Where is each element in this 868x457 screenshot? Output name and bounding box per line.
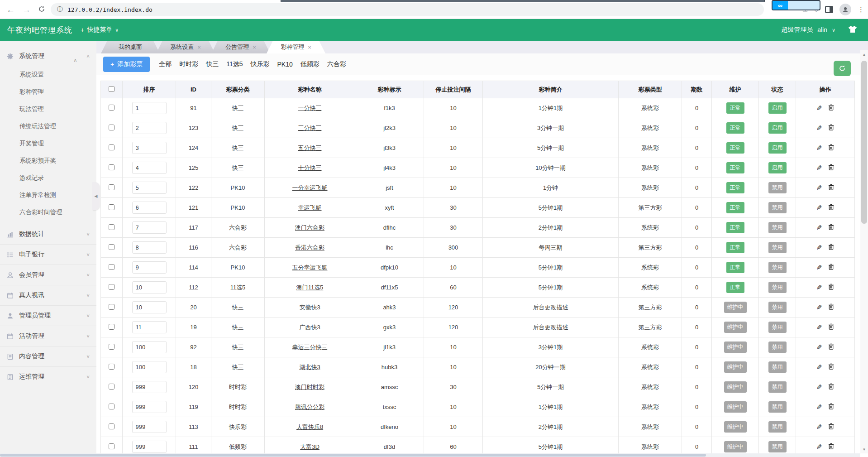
sort-input[interactable] xyxy=(132,102,167,114)
status-badge[interactable]: 启用 xyxy=(768,122,787,134)
status-badge[interactable]: 禁用 xyxy=(768,202,787,213)
sidebar-item[interactable]: 传统玩法管理 xyxy=(0,118,96,135)
lottery-name-link[interactable]: 大富3D xyxy=(300,443,320,450)
delete-icon[interactable] xyxy=(828,443,834,451)
maintain-badge[interactable]: 维护中 xyxy=(724,421,747,433)
sort-input[interactable] xyxy=(132,202,167,214)
select-all-checkbox[interactable] xyxy=(109,86,114,92)
edit-icon[interactable]: ✎ xyxy=(816,224,822,232)
address-bar[interactable]: ⓘ 127.0.0.2/Index.index.do xyxy=(51,3,764,16)
maintain-badge[interactable]: 维护中 xyxy=(724,381,747,393)
edit-icon[interactable]: ✎ xyxy=(816,144,822,152)
filter-link[interactable]: 全部 xyxy=(159,60,172,68)
row-checkbox[interactable] xyxy=(109,443,114,449)
status-badge[interactable]: 启用 xyxy=(768,162,787,173)
sort-input[interactable] xyxy=(132,241,167,254)
browser-refresh-icon[interactable] xyxy=(38,5,45,14)
edit-icon[interactable]: ✎ xyxy=(816,323,822,332)
lottery-name-link[interactable]: 澳门六合彩 xyxy=(295,224,324,231)
sort-input[interactable] xyxy=(132,182,167,194)
lottery-name-link[interactable]: 安徽快3 xyxy=(299,304,320,311)
delete-icon[interactable] xyxy=(828,164,834,172)
delete-icon[interactable] xyxy=(828,204,834,212)
tab[interactable]: 我的桌面 xyxy=(101,41,160,53)
scroll-up-icon[interactable]: ▲ xyxy=(860,53,868,57)
maintain-badge[interactable]: 正常 xyxy=(726,282,744,293)
maintain-badge[interactable]: 维护中 xyxy=(724,302,747,313)
delete-icon[interactable] xyxy=(828,124,834,132)
edit-icon[interactable]: ✎ xyxy=(816,363,822,371)
sort-input[interactable] xyxy=(132,162,167,174)
lottery-name-link[interactable]: 广西快3 xyxy=(299,324,320,331)
edit-icon[interactable]: ✎ xyxy=(816,303,822,312)
lottery-name-link[interactable]: 五分快三 xyxy=(298,144,322,151)
edit-icon[interactable]: ✎ xyxy=(816,104,822,112)
lottery-name-link[interactable]: 一分幸运飞艇 xyxy=(292,184,328,191)
horizontal-scrollbar[interactable] xyxy=(0,453,860,457)
delete-icon[interactable] xyxy=(828,343,834,351)
row-checkbox[interactable] xyxy=(109,144,114,150)
sort-input[interactable] xyxy=(132,122,167,134)
close-icon[interactable]: × xyxy=(308,44,311,51)
status-badge[interactable]: 禁用 xyxy=(768,342,787,353)
delete-icon[interactable] xyxy=(828,383,834,391)
address-url[interactable]: 127.0.0.2/Index.index.do xyxy=(67,6,153,13)
sort-input[interactable] xyxy=(132,401,167,413)
sidebar-group[interactable]: 系统管理∧ xyxy=(0,46,96,66)
maintain-badge[interactable]: 正常 xyxy=(726,242,744,253)
scroll-down-icon[interactable]: ▼ xyxy=(860,447,868,452)
status-badge[interactable]: 启用 xyxy=(768,142,787,154)
lottery-name-link[interactable]: 澳门时时彩 xyxy=(295,384,324,390)
row-checkbox[interactable] xyxy=(109,244,114,250)
row-checkbox[interactable] xyxy=(109,324,114,330)
lottery-name-link[interactable]: 三分快三 xyxy=(298,125,322,131)
status-badge[interactable]: 禁用 xyxy=(768,222,787,233)
vertical-scrollbar[interactable]: ▲ ▼ xyxy=(860,50,868,453)
edit-icon[interactable]: ✎ xyxy=(816,423,822,431)
maintain-badge[interactable]: 维护中 xyxy=(724,322,747,333)
theme-tshirt-icon[interactable] xyxy=(848,25,857,34)
status-badge[interactable]: 禁用 xyxy=(768,421,787,433)
status-badge[interactable]: 禁用 xyxy=(768,381,787,393)
lottery-name-link[interactable]: 大富快乐8 xyxy=(296,423,323,430)
sort-input[interactable] xyxy=(132,301,167,313)
delete-icon[interactable] xyxy=(828,144,834,152)
filter-link[interactable]: 时时彩 xyxy=(179,60,198,68)
delete-icon[interactable] xyxy=(828,323,834,331)
maintain-badge[interactable]: 正常 xyxy=(726,142,744,154)
lottery-name-link[interactable]: 五分幸运飞艇 xyxy=(292,264,328,271)
sidebar-group[interactable]: 运维管理∨ xyxy=(0,367,96,387)
sort-input[interactable] xyxy=(132,381,167,393)
maintain-badge[interactable]: 正常 xyxy=(726,262,744,273)
delete-icon[interactable] xyxy=(828,264,834,271)
close-icon[interactable]: × xyxy=(197,44,201,51)
sidebar-group[interactable]: 数据统计∨ xyxy=(0,224,96,244)
lottery-name-link[interactable]: 香港六合彩 xyxy=(295,244,324,251)
sidebar-item[interactable]: 玩法管理 xyxy=(0,101,96,118)
edit-icon[interactable]: ✎ xyxy=(816,343,822,351)
row-checkbox[interactable] xyxy=(109,423,114,429)
sort-input[interactable] xyxy=(132,261,167,274)
add-lottery-button[interactable]: + 添加彩票 xyxy=(103,57,150,72)
sidebar-collapse-handle[interactable]: ◀ xyxy=(92,182,100,210)
sort-input[interactable] xyxy=(132,221,167,234)
sidebar-group[interactable]: 管理员管理∨ xyxy=(0,306,96,326)
sidepanel-icon[interactable] xyxy=(825,6,833,13)
status-badge[interactable]: 禁用 xyxy=(768,401,787,413)
edit-icon[interactable]: ✎ xyxy=(816,383,822,391)
delete-icon[interactable] xyxy=(828,184,834,192)
sort-input[interactable] xyxy=(132,421,167,433)
username-dropdown[interactable]: alin xyxy=(817,26,827,34)
row-checkbox[interactable] xyxy=(109,184,114,190)
sidebar-group[interactable]: 活动管理∨ xyxy=(0,326,96,346)
browser-menu-icon[interactable]: ⋮ xyxy=(858,5,864,14)
row-checkbox[interactable] xyxy=(109,364,114,370)
sidebar-item[interactable]: 系统设置 xyxy=(0,66,96,83)
sidebar-group[interactable]: 内容管理∨ xyxy=(0,346,96,366)
status-badge[interactable]: 启用 xyxy=(768,102,787,114)
status-badge[interactable]: 禁用 xyxy=(768,282,787,293)
delete-icon[interactable] xyxy=(828,104,834,112)
edit-icon[interactable]: ✎ xyxy=(816,443,822,451)
filter-link[interactable]: 快三 xyxy=(206,60,219,68)
sidebar-item[interactable]: 六合彩时间管理 xyxy=(0,204,96,221)
